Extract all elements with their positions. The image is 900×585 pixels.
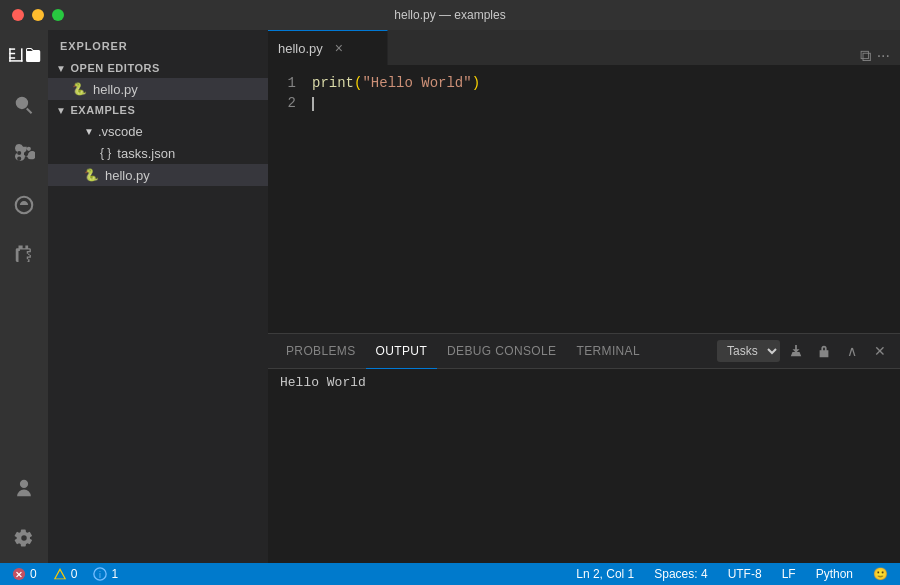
- token-print: print: [312, 75, 354, 91]
- status-language[interactable]: Python: [812, 563, 857, 585]
- tab-layout-buttons: ⧉ ···: [850, 47, 900, 65]
- python-file-icon: 🐍: [72, 82, 87, 96]
- more-actions-icon[interactable]: ···: [877, 47, 890, 65]
- sidebar: Explorer ▼ Open Editors 🐍 hello.py ▼ Exa…: [48, 30, 268, 563]
- svg-rect-3: [21, 48, 22, 61]
- hello-py-label: hello.py: [105, 168, 150, 183]
- tab-close-button[interactable]: ×: [331, 40, 347, 56]
- svg-text:i: i: [99, 570, 101, 580]
- status-bar: ✕ 0 0 i 1 Ln 2, Col 1 Spaces: 4 UTF-8 LF…: [0, 563, 900, 585]
- svg-text:✕: ✕: [15, 570, 23, 580]
- svg-rect-1: [9, 48, 10, 61]
- window-title: hello.py — examples: [394, 8, 505, 22]
- window-controls: [12, 9, 64, 21]
- panel-close-button[interactable]: ✕: [868, 339, 892, 363]
- panel-actions: Tasks ∧: [717, 339, 892, 363]
- activity-explorer[interactable]: [7, 38, 41, 72]
- tab-hello-py[interactable]: hello.py ×: [268, 30, 388, 65]
- main-layout: Explorer ▼ Open Editors 🐍 hello.py ▼ Exa…: [0, 30, 900, 563]
- status-info[interactable]: i 1: [89, 563, 122, 585]
- vscode-arrow: ▼: [84, 126, 94, 137]
- svg-rect-2: [9, 60, 22, 61]
- panel-lock-button[interactable]: [812, 339, 836, 363]
- panel-output: Hello World: [268, 369, 900, 563]
- status-warnings[interactable]: 0: [49, 563, 82, 585]
- tab-output[interactable]: OUTPUT: [366, 334, 438, 369]
- svg-rect-4: [9, 53, 15, 54]
- titlebar: hello.py — examples: [0, 0, 900, 30]
- tab-debug-console[interactable]: DEBUG CONSOLE: [437, 334, 566, 369]
- tab-label: hello.py: [278, 41, 323, 56]
- sidebar-item-tasks[interactable]: { } tasks.json: [48, 142, 268, 164]
- sidebar-header: Explorer: [48, 30, 268, 58]
- error-count: 0: [30, 567, 37, 581]
- vscode-folder-label: .vscode: [98, 124, 143, 139]
- minimize-button[interactable]: [32, 9, 44, 21]
- status-position[interactable]: Ln 2, Col 1: [572, 563, 638, 585]
- activity-source-control[interactable]: [7, 138, 41, 172]
- activity-account[interactable]: [7, 471, 41, 505]
- status-smiley[interactable]: 🙂: [869, 563, 892, 585]
- activity-search[interactable]: [7, 88, 41, 122]
- activity-settings[interactable]: [7, 521, 41, 555]
- close-button[interactable]: [12, 9, 24, 21]
- code-line-2: 2: [268, 93, 900, 113]
- activity-bar: [0, 30, 48, 563]
- warning-count: 0: [71, 567, 78, 581]
- token-string: "Hello World": [362, 75, 471, 91]
- status-spaces[interactable]: Spaces: 4: [650, 563, 711, 585]
- status-right: Ln 2, Col 1 Spaces: 4 UTF-8 LF Python 🙂: [572, 563, 892, 585]
- tab-problems[interactable]: PROBLEMS: [276, 334, 366, 369]
- code-editor[interactable]: 1 print("Hello World") 2: [268, 65, 900, 333]
- panel: PROBLEMS OUTPUT DEBUG CONSOLE TERMINAL T…: [268, 333, 900, 563]
- line-number-2: 2: [268, 93, 312, 113]
- open-editors-arrow: ▼: [56, 63, 66, 74]
- panel-collapse-button[interactable]: ∧: [840, 339, 864, 363]
- tab-bar: hello.py × ⧉ ···: [268, 30, 900, 65]
- tasks-file-label: tasks.json: [117, 146, 175, 161]
- open-editors-section[interactable]: ▼ Open Editors: [48, 58, 268, 78]
- line-content-2: [312, 93, 900, 113]
- python-icon: 🐍: [84, 168, 99, 182]
- tab-terminal[interactable]: TERMINAL: [566, 334, 650, 369]
- sidebar-item-hello-py[interactable]: 🐍 hello.py: [48, 164, 268, 186]
- examples-arrow: ▼: [56, 105, 66, 116]
- status-left: ✕ 0 0 i 1: [8, 563, 122, 585]
- token-paren-close: ): [472, 75, 480, 91]
- examples-label: Examples: [70, 104, 135, 116]
- panel-tab-bar: PROBLEMS OUTPUT DEBUG CONSOLE TERMINAL T…: [268, 334, 900, 369]
- info-count: 1: [111, 567, 118, 581]
- sidebar-item-vscode[interactable]: ▼ .vscode: [48, 120, 268, 142]
- line-number-1: 1: [268, 73, 312, 93]
- code-line-1: 1 print("Hello World"): [268, 73, 900, 93]
- activity-extensions[interactable]: [7, 238, 41, 272]
- open-editor-hello-py: hello.py: [93, 82, 138, 97]
- sidebar-item-hello-py-open[interactable]: 🐍 hello.py: [48, 78, 268, 100]
- activity-debug[interactable]: [7, 188, 41, 222]
- line-content-1: print("Hello World"): [312, 73, 900, 93]
- panel-clear-button[interactable]: [784, 339, 808, 363]
- maximize-button[interactable]: [52, 9, 64, 21]
- tasks-dropdown[interactable]: Tasks: [717, 340, 780, 362]
- json-file-icon: { }: [100, 146, 111, 160]
- split-editor-icon[interactable]: ⧉: [860, 47, 871, 65]
- examples-section[interactable]: ▼ Examples: [48, 100, 268, 120]
- editor-area: hello.py × ⧉ ··· 1 print("Hello World") …: [268, 30, 900, 563]
- open-editors-label: Open Editors: [70, 62, 160, 74]
- cursor: [312, 97, 314, 111]
- status-encoding[interactable]: UTF-8: [724, 563, 766, 585]
- status-eol[interactable]: LF: [778, 563, 800, 585]
- output-text: Hello World: [280, 375, 366, 390]
- activity-bottom: [7, 471, 41, 555]
- svg-rect-5: [9, 57, 15, 58]
- status-errors[interactable]: ✕ 0: [8, 563, 41, 585]
